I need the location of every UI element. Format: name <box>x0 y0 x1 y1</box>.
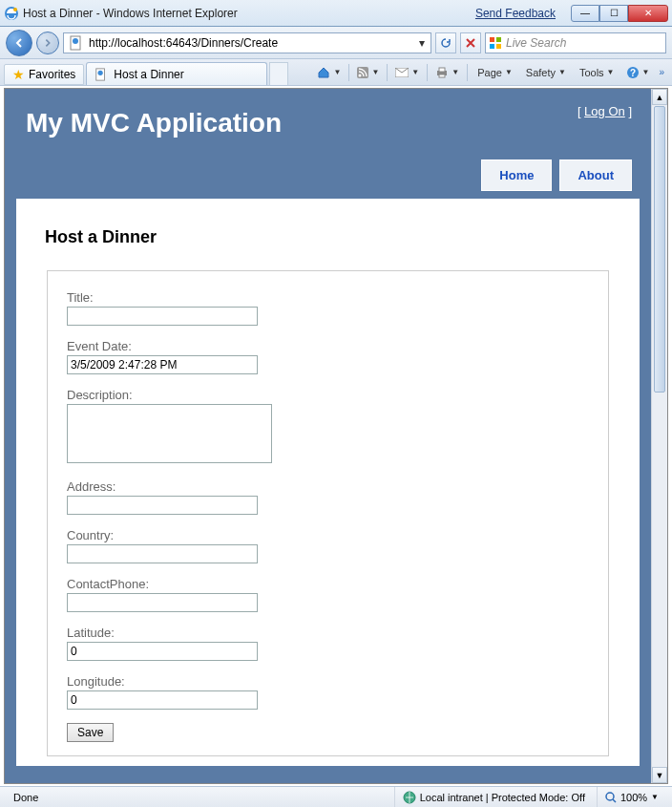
zone-label: Local intranet | Protected Mode: Off <box>420 792 585 803</box>
country-label: Country: <box>67 528 589 542</box>
description-input[interactable] <box>67 404 272 463</box>
title-label: Title: <box>67 290 589 305</box>
page-content: My MVC Application [ Log On ] Home About… <box>5 89 651 783</box>
windows-flag-icon <box>489 36 502 50</box>
title-input[interactable] <box>67 307 258 326</box>
tools-menu[interactable]: Tools▼ <box>574 62 620 83</box>
ie-icon <box>4 6 19 21</box>
svg-rect-7 <box>496 44 501 49</box>
longitude-input[interactable] <box>67 690 258 710</box>
page-menu[interactable]: Page▼ <box>472 62 518 83</box>
minimize-button[interactable]: — <box>571 5 599 22</box>
save-button[interactable]: Save <box>67 723 114 742</box>
forward-button[interactable] <box>36 32 59 54</box>
status-bar: Done Local intranet | Protected Mode: Of… <box>0 786 672 807</box>
zoom-value: 100% <box>620 792 647 803</box>
status-text: Done <box>6 787 46 807</box>
svg-rect-4 <box>490 37 494 42</box>
tab-label: Host a Dinner <box>114 68 183 81</box>
home-button[interactable]: ▼ <box>313 62 345 83</box>
svg-point-3 <box>73 38 78 44</box>
svg-point-11 <box>359 74 362 76</box>
arrow-right-icon <box>43 38 52 48</box>
page-icon <box>94 68 108 81</box>
url-input[interactable] <box>87 34 415 52</box>
svg-point-9 <box>98 70 103 74</box>
search-placeholder: Live Search <box>506 36 566 50</box>
command-bar: ▼ ▼ ▼ ▼ Page▼ Safety▼ Tools▼ ?▼ » <box>290 59 668 85</box>
help-icon: ? <box>626 66 640 79</box>
svg-point-19 <box>606 793 614 800</box>
star-icon: ★ <box>12 67 25 82</box>
address-label: Address: <box>67 479 589 494</box>
browser-viewport: My MVC Application [ Log On ] Home About… <box>4 88 668 784</box>
back-button[interactable] <box>6 30 32 56</box>
description-label: Description: <box>67 388 589 402</box>
vertical-scrollbar[interactable]: ▲ ▼ <box>651 89 667 783</box>
arrow-left-icon <box>13 37 25 49</box>
url-dropdown[interactable]: ▾ <box>415 36 429 50</box>
favorites-button[interactable]: ★ Favorites <box>4 64 84 85</box>
page-icon <box>69 35 84 51</box>
page-heading: Host a Dinner <box>45 227 611 247</box>
toolbar-chevron[interactable]: » <box>655 62 668 83</box>
mail-button[interactable]: ▼ <box>391 62 423 83</box>
window-titlebar: Host a Dinner - Windows Internet Explore… <box>0 0 672 27</box>
address-bar[interactable]: ▾ <box>63 32 431 53</box>
svg-rect-6 <box>490 44 494 49</box>
eventdate-input[interactable] <box>67 355 258 374</box>
address-input[interactable] <box>67 496 258 515</box>
content-body: Host a Dinner Title: Event Date: Descrip… <box>16 199 640 766</box>
feeds-button[interactable]: ▼ <box>353 62 383 83</box>
app-title: My MVC Application <box>26 108 282 138</box>
eventdate-label: Event Date: <box>67 339 589 353</box>
latitude-input[interactable] <box>67 642 258 661</box>
dinner-form: Title: Event Date: Description: Address:… <box>47 270 609 756</box>
print-icon <box>435 67 449 78</box>
send-feedback-link[interactable]: Send Feedback <box>475 7 556 20</box>
zoom-icon <box>605 792 617 803</box>
safety-menu[interactable]: Safety▼ <box>520 62 572 83</box>
search-box[interactable]: Live Search <box>485 32 666 53</box>
nav-bar: ▾ Live Search <box>0 27 672 59</box>
menu-home[interactable]: Home <box>481 159 552 191</box>
login-area: [ Log On ] <box>578 104 632 118</box>
window-buttons: — ☐ ✕ <box>571 5 668 22</box>
scroll-up-button[interactable]: ▲ <box>652 89 667 105</box>
svg-point-1 <box>13 8 17 11</box>
refresh-icon <box>440 37 452 49</box>
close-button[interactable]: ✕ <box>628 5 668 22</box>
window-title: Host a Dinner - Windows Internet Explore… <box>23 7 238 20</box>
stop-icon <box>466 38 475 48</box>
refresh-button[interactable] <box>435 32 456 53</box>
longitude-label: Longitude: <box>67 674 589 689</box>
main-menu: Home About <box>16 159 632 191</box>
menu-about[interactable]: About <box>559 159 632 191</box>
stop-button[interactable] <box>460 32 481 53</box>
new-tab-button[interactable] <box>269 62 288 85</box>
tab-host-dinner[interactable]: Host a Dinner <box>86 62 267 85</box>
latitude-label: Latitude: <box>67 626 589 640</box>
help-button[interactable]: ?▼ <box>622 62 654 83</box>
logon-link[interactable]: Log On <box>584 104 625 118</box>
tab-row: ★ Favorites Host a Dinner ▼ ▼ ▼ ▼ Page▼ … <box>0 59 672 86</box>
scroll-thumb[interactable] <box>654 106 665 393</box>
favorites-label: Favorites <box>29 68 75 81</box>
svg-text:?: ? <box>629 68 635 78</box>
svg-rect-14 <box>439 68 445 72</box>
print-button[interactable]: ▼ <box>431 62 463 83</box>
rss-icon <box>357 67 368 78</box>
country-input[interactable] <box>67 544 258 563</box>
mail-icon <box>395 68 409 77</box>
zoom-control[interactable]: 100% ▼ <box>597 787 666 807</box>
security-zone[interactable]: Local intranet | Protected Mode: Off <box>394 787 593 807</box>
home-icon <box>317 66 330 79</box>
scroll-down-button[interactable]: ▼ <box>652 767 667 783</box>
intranet-icon <box>403 791 416 804</box>
maximize-button[interactable]: ☐ <box>599 5 628 22</box>
phone-input[interactable] <box>67 593 258 612</box>
svg-rect-15 <box>439 74 445 77</box>
phone-label: ContactPhone: <box>67 577 589 591</box>
svg-rect-10 <box>357 67 368 78</box>
svg-rect-5 <box>496 37 501 42</box>
